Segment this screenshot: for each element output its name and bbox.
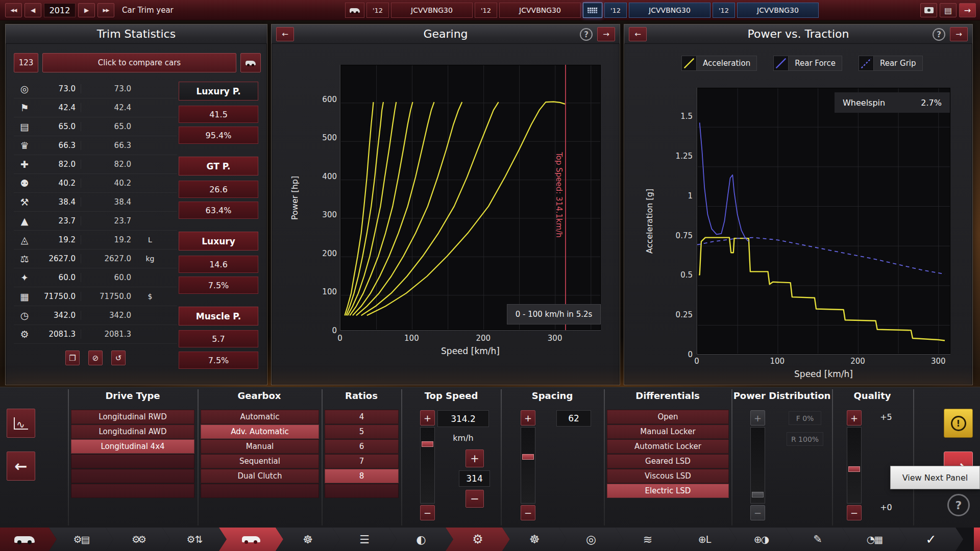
toolbar-tab[interactable] bbox=[672, 528, 737, 551]
car-model-icon-button[interactable] bbox=[345, 3, 364, 18]
car-tab-4[interactable]: JCVVBNG30 bbox=[737, 3, 819, 18]
top-speed-slider[interactable] bbox=[420, 427, 435, 504]
divider bbox=[198, 389, 199, 525]
spacing-slider[interactable] bbox=[521, 427, 535, 504]
gears-icon bbox=[132, 534, 144, 545]
exit-forward-button[interactable]: → bbox=[959, 3, 976, 17]
clear-compare-button[interactable]: ⊘ bbox=[88, 350, 103, 365]
top-speed-setting-decrease-button[interactable]: − bbox=[465, 490, 484, 508]
toolbar-tab[interactable] bbox=[389, 528, 453, 551]
gallery-button[interactable] bbox=[940, 3, 957, 17]
top-speed-label: Top Speed: 314.1km/h bbox=[554, 152, 564, 238]
drive-type-option[interactable]: Longitudinal AWD bbox=[71, 424, 194, 439]
toolbar-tab[interactable] bbox=[842, 528, 906, 551]
power-dist-decrease-button[interactable]: − bbox=[750, 505, 765, 520]
grille-icon bbox=[587, 7, 598, 13]
slider-handle[interactable] bbox=[522, 454, 534, 460]
help-icon[interactable]: ? bbox=[580, 28, 593, 41]
toolbar-tab[interactable] bbox=[729, 528, 793, 551]
compare-cars-button[interactable]: Click to compare cars bbox=[42, 53, 236, 72]
stat-row: 40.2 40.2 bbox=[14, 174, 177, 193]
toolbar-tab[interactable] bbox=[219, 528, 283, 551]
slider-handle[interactable] bbox=[752, 492, 764, 497]
differential-option[interactable]: Electric LSD bbox=[607, 484, 729, 498]
spacing-decrease-button[interactable]: − bbox=[521, 505, 535, 520]
differential-option[interactable]: Viscous LSD bbox=[607, 469, 729, 483]
quality-decrease-button[interactable]: − bbox=[847, 505, 862, 520]
slider-handle[interactable] bbox=[422, 441, 433, 447]
toolbar-tab[interactable] bbox=[559, 528, 623, 551]
copy-stats-button[interactable]: ❐ bbox=[65, 350, 80, 365]
drive-type-option[interactable]: Longitudinal RWD bbox=[71, 410, 194, 424]
panel-title: Power vs. Traction bbox=[748, 28, 849, 40]
car-tab-4-year[interactable]: '12 bbox=[713, 3, 735, 18]
next-chart-button[interactable]: → bbox=[597, 27, 615, 41]
top-speed-unit-label: km/h bbox=[437, 433, 489, 443]
gearbox-option[interactable]: Adv. Automatic bbox=[201, 424, 319, 439]
prev-chart-button[interactable]: ← bbox=[629, 27, 647, 41]
gearbox-option[interactable]: Dual Clutch bbox=[201, 469, 319, 483]
suspension-icon bbox=[303, 533, 313, 546]
top-speed-slider-increase-button[interactable]: + bbox=[420, 410, 435, 425]
safety-icon bbox=[14, 159, 35, 170]
spacing-increase-button[interactable]: + bbox=[521, 410, 535, 425]
car-tab-2-year[interactable]: '12 bbox=[475, 3, 497, 18]
toolbar-tab[interactable] bbox=[899, 528, 963, 551]
toolbar-tab[interactable] bbox=[616, 528, 680, 551]
trim-grille-icon-button[interactable] bbox=[583, 3, 602, 18]
prev-chart-button[interactable]: ← bbox=[276, 27, 294, 41]
toolbar-tab[interactable] bbox=[502, 528, 567, 551]
ratio-option[interactable]: 4 bbox=[325, 410, 399, 424]
differential-option[interactable]: Manual Locker bbox=[607, 424, 729, 439]
car-tab-3[interactable]: JCVVBNG30 bbox=[629, 3, 710, 18]
graph-view-button[interactable] bbox=[7, 409, 35, 438]
quality-slider[interactable] bbox=[847, 427, 862, 504]
ratio-option[interactable]: 5 bbox=[325, 424, 399, 439]
undo-button[interactable]: ↺ bbox=[111, 350, 126, 365]
car-tab-1-year[interactable]: '12 bbox=[366, 3, 389, 18]
slider-handle[interactable] bbox=[848, 466, 860, 472]
toolbar-tab[interactable] bbox=[276, 528, 340, 551]
next-chart-button[interactable]: → bbox=[950, 27, 968, 41]
compare-count-button[interactable]: 123 bbox=[14, 53, 38, 72]
next-year-button[interactable]: ▶ bbox=[78, 3, 95, 17]
top-speed-slider-decrease-button[interactable]: − bbox=[420, 505, 435, 520]
differential-option[interactable]: Open bbox=[607, 410, 729, 424]
toolbar-tab[interactable] bbox=[49, 528, 113, 551]
last-year-button[interactable]: ▶▶ bbox=[97, 3, 114, 17]
warning-button[interactable]: ! bbox=[944, 409, 973, 438]
help-icon[interactable]: ? bbox=[933, 28, 945, 41]
top-speed-setting-increase-button[interactable]: + bbox=[465, 449, 484, 467]
ratio-option[interactable]: 7 bbox=[325, 454, 399, 468]
compare-car-icon-button[interactable] bbox=[240, 53, 261, 72]
power-dist-increase-button[interactable]: + bbox=[750, 410, 765, 425]
toolbar-tab[interactable] bbox=[0, 528, 57, 551]
power-dist-slider[interactable] bbox=[750, 427, 765, 504]
toolbar-tab[interactable] bbox=[446, 528, 510, 551]
gearbox-option[interactable]: Manual bbox=[201, 439, 319, 454]
toolbar-tab[interactable] bbox=[332, 528, 397, 551]
divider bbox=[913, 389, 914, 525]
ratio-option[interactable]: 6 bbox=[325, 439, 399, 454]
help-button[interactable]: ? bbox=[947, 494, 970, 516]
car-tab-1[interactable]: JCVVBNG30 bbox=[391, 3, 473, 18]
quality-increase-button[interactable]: + bbox=[847, 410, 862, 425]
legend-label: Rear Grip bbox=[874, 56, 923, 71]
drive-type-option[interactable]: Longitudinal 4x4 bbox=[71, 439, 194, 454]
back-button[interactable]: ← bbox=[7, 452, 35, 481]
differential-option[interactable]: Geared LSD bbox=[607, 454, 729, 468]
toolbar-tab[interactable] bbox=[106, 528, 170, 551]
differential-option[interactable]: Automatic Locker bbox=[607, 439, 729, 454]
gearbox-option[interactable]: Sequential bbox=[201, 454, 319, 468]
ratio-option[interactable]: 8 bbox=[325, 469, 399, 483]
prev-year-button[interactable]: ◀ bbox=[24, 3, 41, 17]
toolbar-tab[interactable] bbox=[786, 528, 850, 551]
demographic-header-luxury-premium: Luxury P. bbox=[179, 82, 258, 101]
car-tab-3-year[interactable]: '12 bbox=[604, 3, 627, 18]
first-year-button[interactable]: ◀◀ bbox=[5, 3, 22, 17]
gearbox-option[interactable]: Automatic bbox=[201, 410, 319, 424]
photo-mode-button[interactable] bbox=[920, 3, 937, 17]
toolbar-tab[interactable] bbox=[162, 528, 227, 551]
car-tab-2[interactable]: JCVVBNG30 bbox=[499, 3, 581, 18]
gear-arrows-icon bbox=[187, 534, 203, 545]
